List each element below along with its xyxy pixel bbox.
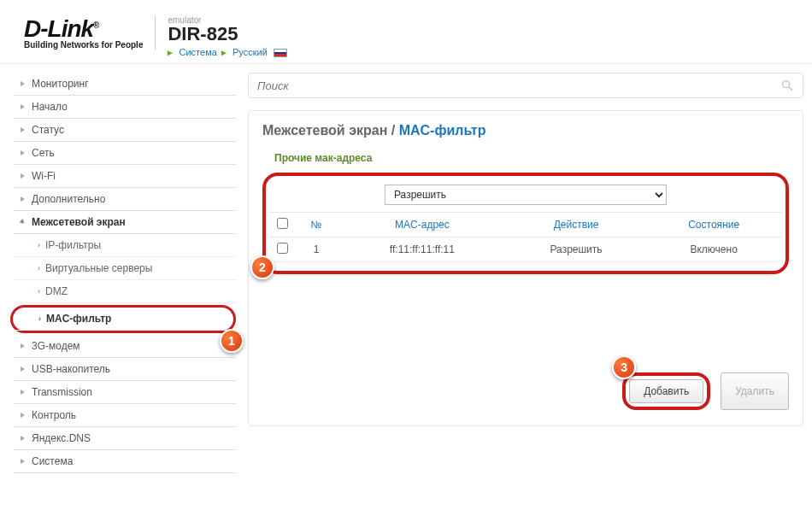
chevron-right-icon: ›	[38, 264, 40, 273]
mac-filter-table: № MAC-адрес Действие Состояние 1 ff:11:f…	[269, 212, 782, 262]
chevron-right-icon: ▸	[168, 47, 173, 57]
table-row[interactable]: 1 ff:11:ff:11:ff:11 Разрешить Включено	[269, 237, 782, 262]
sidebar-item-label: Статус	[32, 124, 64, 136]
sidebar-item-wifi[interactable]: Wi-Fi	[14, 165, 236, 188]
col-num: №	[295, 213, 338, 237]
annotation-highlight-1: ›MAC-фильтр 1	[10, 305, 236, 333]
search-icon	[780, 79, 794, 92]
sidebar-item-firewall[interactable]: Межсетевой экран	[14, 211, 236, 234]
sidebar-item-system[interactable]: Система	[14, 450, 236, 473]
sidebar-item-label: Transmission	[32, 386, 92, 398]
sidebar-item-label: Система	[32, 455, 73, 467]
model-name: DIR-825	[168, 23, 286, 45]
bullet-icon	[21, 127, 25, 132]
sidebar-item-monitoring[interactable]: Мониторинг	[14, 73, 236, 96]
sidebar-item-label: DMZ	[45, 285, 68, 297]
search-input[interactable]	[257, 79, 780, 92]
bullet-icon	[21, 366, 25, 372]
content-panel: Межсетевой экран / MAC-фильтр Прочие мак…	[248, 110, 803, 426]
sidebar-item-label: Начало	[32, 101, 68, 113]
brand-logo: D-Link®	[24, 15, 143, 43]
sidebar-sub-ip-filters[interactable]: ›IP-фильтры	[14, 234, 236, 257]
bullet-icon	[21, 343, 25, 349]
chevron-right-icon: ›	[38, 287, 40, 296]
sidebar: Мониторинг Начало Статус Сеть Wi-Fi Допо…	[14, 73, 236, 473]
sidebar-item-usb-storage[interactable]: USB-накопитель	[14, 358, 236, 381]
cell-num: 1	[295, 237, 338, 262]
default-action-select[interactable]: Разрешить	[385, 185, 667, 205]
sidebar-item-label: USB-накопитель	[32, 363, 110, 375]
sidebar-item-label: Сеть	[32, 147, 55, 159]
page-title: Межсетевой экран / MAC-фильтр	[262, 123, 789, 138]
page-title-prefix: Межсетевой экран /	[262, 123, 395, 138]
sidebar-item-label: Виртуальные серверы	[45, 262, 152, 274]
cell-state: Включено	[645, 237, 782, 262]
sidebar-item-label: IP-фильтры	[45, 239, 101, 251]
svg-line-1	[789, 87, 792, 91]
sidebar-item-start[interactable]: Начало	[14, 96, 236, 119]
bullet-icon	[21, 104, 25, 109]
bullet-icon	[21, 436, 25, 441]
main-content: Межсетевой экран / MAC-фильтр Прочие мак…	[248, 73, 803, 473]
delete-button: Удалить	[721, 372, 789, 410]
sidebar-item-label: Мониторинг	[32, 78, 89, 90]
section-title: Прочие мак-адреса	[274, 152, 789, 164]
sidebar-item-network[interactable]: Сеть	[14, 142, 236, 165]
select-all-checkbox[interactable]	[277, 218, 288, 229]
sidebar-item-label: Контроль	[32, 409, 76, 421]
sidebar-item-label: Wi-Fi	[32, 170, 56, 182]
sidebar-item-control[interactable]: Контроль	[14, 404, 236, 427]
annotation-highlight-2: 2 Разрешить № MAC-адрес Действие Состоян…	[262, 173, 789, 274]
logo-block: D-Link® Building Networks for People	[24, 15, 156, 50]
col-state: Состояние	[645, 213, 782, 237]
bullet-icon	[21, 390, 25, 395]
chevron-right-icon: ›	[38, 314, 41, 323]
chevron-right-icon: ▸	[221, 47, 227, 57]
sidebar-item-3g-modem[interactable]: 3G-модем	[14, 335, 236, 358]
sidebar-item-transmission[interactable]: Transmission	[14, 381, 236, 404]
bullet-icon	[20, 219, 26, 226]
annotation-badge-3: 3	[612, 355, 636, 379]
svg-point-0	[783, 81, 790, 88]
bullet-icon	[21, 173, 25, 179]
sidebar-sub-dmz[interactable]: ›DMZ	[14, 280, 236, 303]
flag-ru-icon	[274, 49, 287, 57]
add-button[interactable]: Добавить	[629, 379, 703, 403]
row-checkbox[interactable]	[277, 243, 288, 254]
col-action: Действие	[507, 213, 646, 237]
brand-tagline: Building Networks for People	[24, 40, 143, 50]
breadcrumb-system[interactable]: Система	[179, 47, 217, 57]
sidebar-item-label: Межсетевой экран	[32, 216, 126, 228]
annotation-badge-2: 2	[250, 255, 274, 279]
col-mac: MAC-адрес	[338, 213, 507, 237]
sidebar-item-advanced[interactable]: Дополнительно	[14, 188, 236, 211]
cell-mac: ff:11:ff:11:ff:11	[338, 237, 507, 262]
button-row: 3 Добавить Удалить	[262, 366, 789, 410]
page-title-main: MAC-фильтр	[399, 123, 486, 138]
sidebar-item-status[interactable]: Статус	[14, 119, 236, 142]
bullet-icon	[21, 196, 25, 202]
bullet-icon	[21, 413, 25, 418]
cell-action: Разрешить	[507, 237, 646, 262]
dropdown-row: Разрешить	[269, 181, 782, 212]
sidebar-item-label: Дополнительно	[32, 193, 105, 205]
bullet-icon	[21, 81, 25, 86]
sidebar-sub-mac-filter[interactable]: ›MAC-фильтр	[15, 308, 232, 331]
bullet-icon	[21, 150, 25, 155]
annotation-highlight-3: 3 Добавить	[622, 372, 710, 410]
bullet-icon	[21, 459, 25, 464]
sidebar-item-yandex-dns[interactable]: Яндекс.DNS	[14, 427, 236, 450]
header: D-Link® Building Networks for People emu…	[0, 0, 812, 64]
sidebar-item-label: Яндекс.DNS	[32, 432, 91, 444]
model-block: emulator DIR-825 ▸ Система ▸ Русский	[168, 15, 286, 58]
breadcrumb-language[interactable]: Русский	[232, 47, 268, 57]
search-bar[interactable]	[248, 73, 803, 98]
sidebar-sub-virtual-servers[interactable]: ›Виртуальные серверы	[14, 257, 236, 280]
breadcrumb: ▸ Система ▸ Русский	[168, 47, 286, 58]
sidebar-item-label: 3G-модем	[32, 340, 80, 352]
chevron-right-icon: ›	[38, 241, 40, 249]
sidebar-item-label: MAC-фильтр	[46, 313, 111, 325]
annotation-badge-1: 1	[220, 329, 244, 353]
